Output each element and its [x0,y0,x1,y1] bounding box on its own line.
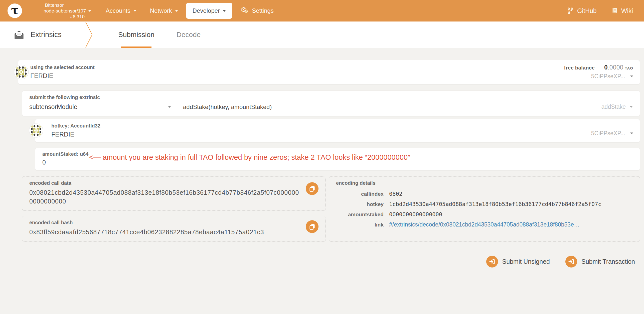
encoding-row-amountstaked: amountstaked 0000000000000000 [336,209,633,220]
caret-down-icon [88,10,91,12]
nav-item-network[interactable]: Network [144,3,184,19]
book-icon [611,8,618,14]
balance-unit: TAO [625,66,633,70]
encoding-details-box: encoding details callindex 0802 hotkey 1… [329,176,640,242]
tabs: Submission Decode [118,22,201,48]
github-link[interactable]: GitHub [567,7,597,14]
chain-name: Bittensor [29,2,91,8]
call-hash-box: encoded call hash 0x83ff59cdaaafd2556877… [22,216,326,242]
tau-logo-glyph: τ [11,5,19,16]
caret-down-icon [175,10,178,12]
chain-info-dropdown[interactable]: Bittensor node-subtensor/107 #6,310 [29,2,91,20]
app-header: τ Bittensor node-subtensor/107 #6,310 Ac… [0,0,644,22]
copy-icon [309,224,315,230]
hotkey-account-name: FERDIE [51,131,633,138]
call-hash-value: 0x83ff59cdaaafd255687718c7741cce4b062328… [29,228,301,236]
submit-unsigned-button[interactable]: Submit Unsigned [486,256,550,268]
sign-in-icon [486,256,498,268]
actions-row: Submit Unsigned Submit Transaction [0,256,635,268]
nav-item-settings[interactable]: ⚙⚙ Settings [235,2,279,19]
address-short: 5CiPPseXP... [591,130,625,137]
extrinsic-select-card: submit the following extrinsic subtensor… [22,90,640,116]
block-number: #6,310 [29,14,91,20]
module-value: subtensorModule [29,103,77,110]
encoding-value: 1cbd2d43530a44705ad088af313e18f80b53ef16… [389,199,601,209]
method-short-dropdown[interactable]: addStake [601,104,633,110]
header-links: GitHub Wiki [567,7,633,14]
section-title: Extrinsics [31,30,62,39]
hotkey-address-dropdown[interactable]: 5CiPPseXP... [591,130,633,137]
caret-down-icon [630,132,633,134]
amount-param-card: amountStaked: u64 <— amount you are stak… [35,148,640,170]
encoding-key: link [336,220,389,230]
call-data-box: encoded call data 0x08021cbd2d43530a4470… [22,176,326,211]
extrinsic-select-label: submit the following extrinsic [29,94,633,100]
encoded-column: encoded call data 0x08021cbd2d43530a4470… [22,176,326,242]
encoding-value: 0802 [389,189,402,199]
account-identicon [14,64,29,80]
encoding-row-hotkey: hotkey 1cbd2d43530a44705ad088af313e18f80… [336,199,633,209]
node-name: node-subtensor/107 [44,8,86,14]
nav-item-developer[interactable]: Developer [186,3,232,19]
extrinsics-mail-icon [14,29,25,40]
encoding-value: 0000000000000000 [389,209,442,220]
copy-call-data-button[interactable] [306,182,318,195]
call-data-label: encoded call data [29,180,301,186]
submit-unsigned-label: Submit Unsigned [502,258,550,265]
copy-call-hash-button[interactable] [306,220,318,233]
encoding-key: amountstaked [336,209,389,220]
encoding-row-link: link #/extrinsics/decode/0x08021cbd2d435… [336,220,633,230]
settings-gears-icon: ⚙⚙ [240,7,249,15]
caret-down-icon [630,106,633,108]
caret-down-icon [168,106,171,108]
hotkey-param-card[interactable]: hotkey: AccountId32 FERDIE 5CiPPseXP... [35,119,640,142]
tab-decode[interactable]: Decode [177,22,201,48]
copy-icon [309,186,315,192]
account-address-dropdown[interactable]: 5CiPPseXP... [564,73,633,80]
wiki-link[interactable]: Wiki [611,7,633,14]
outputs-row: encoded call data 0x08021cbd2d43530a4470… [22,176,640,242]
nav-item-accounts[interactable]: Accounts [100,3,142,19]
method-short-value: addStake [601,104,626,110]
account-name: FERDIE [30,72,633,80]
bittensor-logo[interactable]: τ [8,4,22,18]
main-content: using the selected account FERDIE free b… [0,48,644,268]
git-branch-icon [567,7,574,14]
account-select-card[interactable]: using the selected account FERDIE free b… [18,60,640,84]
caret-down-icon [630,76,633,77]
account-select-label: using the selected account [30,64,633,70]
method-select[interactable]: addStake(hotkey, amountStaked) [183,104,272,110]
call-hash-label: encoded call hash [29,220,301,226]
annotation-text: <— amount you are staking in full TAO fo… [89,153,410,162]
encoding-key: hotkey [336,199,389,209]
hotkey-param-label: hotkey: AccountId32 [51,123,633,129]
section-head: Extrinsics [14,22,62,48]
free-balance-label: free balance [564,65,595,71]
address-short: 5CiPPseXP... [591,73,625,80]
sign-in-icon [565,256,577,268]
encoding-key: callindex [336,189,389,199]
decode-link[interactable]: #/extrinsics/decode/0x08021cbd2d43530a44… [389,220,580,230]
encoding-row-callindex: callindex 0802 [336,189,633,199]
params-group: hotkey: AccountId32 FERDIE 5CiPPseXP... … [22,116,640,171]
tab-submission[interactable]: Submission [118,22,154,48]
amount-input[interactable] [40,159,85,166]
caret-down-icon [133,10,136,12]
caret-down-icon [223,10,226,12]
tab-bar: Extrinsics Submission Decode [0,22,644,48]
module-select[interactable]: subtensorModule [29,103,171,110]
encoding-rows: callindex 0802 hotkey 1cbd2d43530a44705a… [336,189,633,230]
submit-transaction-label: Submit Transaction [581,258,635,265]
submit-transaction-button[interactable]: Submit Transaction [565,256,635,268]
call-data-value: 0x08021cbd2d43530a44705ad088af313e18f80b… [29,188,301,206]
main-nav: Accounts Network Developer ⚙⚙ Settings [100,2,279,19]
encoding-details-title: encoding details [336,180,633,186]
hotkey-identicon [29,123,43,138]
section-chevron [85,22,93,48]
free-balance-value: 0.0000TAO [604,64,633,71]
account-balance-block: free balance 0.0000TAO 5CiPPseXP... [564,64,633,80]
